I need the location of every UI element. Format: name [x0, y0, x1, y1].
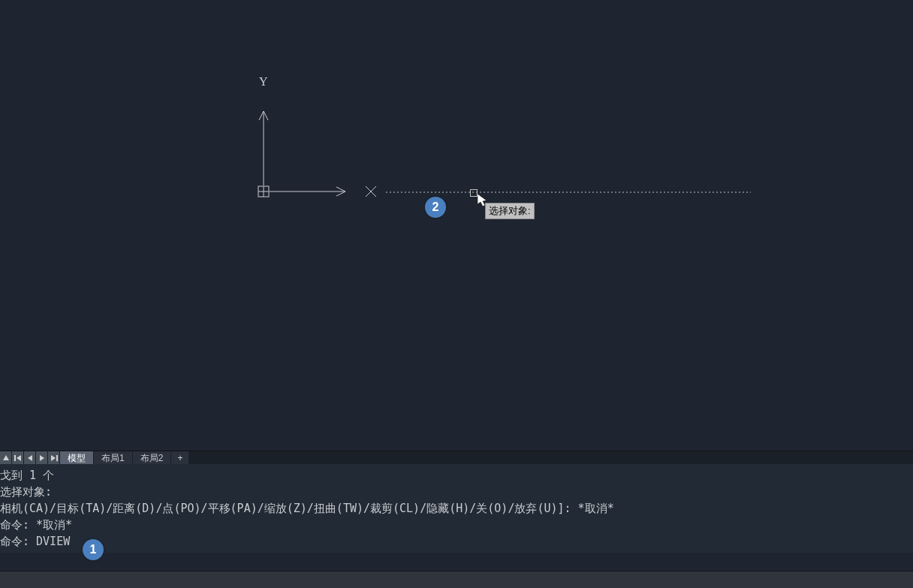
svg-marker-5: [40, 455, 44, 461]
drawing-canvas[interactable]: Y 选择对象: 2: [0, 0, 913, 451]
svg-rect-7: [56, 455, 58, 461]
svg-marker-6: [51, 455, 56, 461]
tab-add-layout[interactable]: +: [171, 451, 189, 464]
tab-layout2[interactable]: 布局2: [133, 451, 172, 464]
cmd-line-4: 命令: *取消*: [0, 517, 913, 533]
svg-marker-4: [28, 455, 32, 461]
annotation-callout-2: 2: [425, 197, 446, 218]
tab-nav-up-icon[interactable]: [0, 451, 12, 465]
command-history: 戈到 1 个 选择对象: 相机(CA)/目标(TA)/距离(D)/点(PO)/平…: [0, 464, 913, 553]
svg-rect-2: [14, 455, 16, 461]
svg-marker-3: [17, 455, 21, 461]
tab-model[interactable]: 模型: [60, 451, 94, 464]
layout-tab-strip: 模型 布局1 布局2 +: [0, 451, 913, 464]
canvas-svg: [0, 0, 913, 451]
pickbox-cursor: [470, 189, 478, 197]
tab-layout1[interactable]: 布局1: [94, 451, 133, 464]
selection-tooltip: 选择对象:: [485, 203, 535, 219]
annotation-callout-1: 1: [83, 539, 104, 560]
cmd-line-2: 选择对象:: [0, 484, 913, 500]
tab-nav-prev-icon[interactable]: [24, 451, 36, 465]
cmd-line-5: 命令: DVIEW: [0, 533, 913, 550]
svg-marker-1: [3, 455, 9, 460]
tab-nav-last-icon[interactable]: [48, 451, 60, 465]
cmd-line-1: 戈到 1 个: [0, 467, 913, 484]
tab-nav-next-icon[interactable]: [36, 451, 48, 465]
ucs-y-label: Y: [259, 75, 268, 89]
command-input-bar[interactable]: [0, 571, 913, 588]
tab-nav-first-icon[interactable]: [12, 451, 24, 465]
cmd-line-3: 相机(CA)/目标(TA)/距离(D)/点(PO)/平移(PA)/缩放(Z)/扭…: [0, 500, 913, 517]
